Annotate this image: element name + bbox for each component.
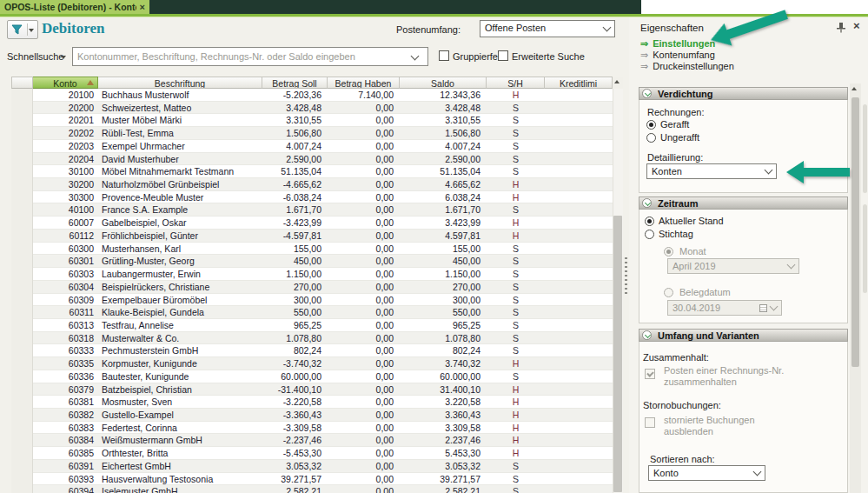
radio-ungerafft[interactable]: [646, 133, 656, 143]
table-row[interactable]: 20204David Musterhuber2.590,000,002.590,…: [11, 153, 613, 166]
radio-aktueller-stand-label[interactable]: Aktueller Stand: [659, 216, 724, 226]
radio-ungerafft-label[interactable]: Ungerafft: [660, 132, 699, 143]
table-row[interactable]: 60393Hausverwaltung Testosonia39.271,570…: [11, 473, 613, 486]
radio-gerafft[interactable]: [646, 120, 656, 130]
cell-soll: -3.309,58: [262, 422, 328, 435]
section-header-verdichtung[interactable]: Verdichtung: [639, 87, 848, 100]
link-druckeinstellungen[interactable]: ⇒Druckeinstellungen: [640, 61, 734, 72]
cell-sh: H: [487, 217, 545, 230]
pin-icon[interactable]: [836, 22, 846, 33]
panel-splitter-handle[interactable]: [625, 257, 627, 294]
cell-soll: 4.007,24: [262, 140, 328, 153]
collapse-chevron-icon[interactable]: [642, 89, 652, 98]
table-row[interactable]: 60394Iselemuster GmbH2.582,210,002.582,2…: [11, 485, 613, 493]
schnellsuche-dropdown-icon[interactable]: [61, 56, 66, 59]
cell-soll: 450,00: [262, 255, 328, 268]
cell-haben: 7.140,00: [328, 89, 400, 102]
table-row[interactable]: 60384Weißmustermann GmbH-2.237,460,002.2…: [11, 434, 613, 447]
cell-ind: [11, 114, 33, 127]
cell-besch: Korpmuster, Kunigunde: [98, 357, 262, 370]
gruppierfeld-checkbox[interactable]: [439, 50, 449, 61]
cell-saldo: 550,00: [400, 306, 487, 319]
table-row[interactable]: 20202Rübli-Test, Emma1.506,800,001.506,8…: [11, 127, 613, 140]
table-scrollbar-thumb[interactable]: [613, 216, 622, 492]
cell-ind: [11, 319, 33, 332]
cell-konto: 60379: [33, 383, 98, 396]
table-row[interactable]: 60304Beispielrückers, Christiane270,000,…: [11, 281, 613, 294]
column-header-saldo[interactable]: Saldo: [400, 77, 487, 89]
table-row[interactable]: 60383Federtest, Corinna-3.309,580,003.30…: [11, 422, 613, 435]
cell-soll: 1.671,70: [262, 203, 328, 217]
table-row[interactable]: 60007Gabelbeispiel, Oskar-3.423,990,003.…: [11, 217, 613, 230]
cell-sh: S: [487, 127, 545, 140]
table-row[interactable]: 60335Korpmuster, Kunigunde-3.740,320,003…: [11, 357, 613, 370]
cell-ind: [11, 396, 33, 409]
search-dropdown-icon[interactable]: [412, 53, 418, 59]
column-header-beschriftung[interactable]: Beschriftung: [98, 77, 262, 89]
radio-gerafft-label[interactable]: Gerafft: [660, 119, 689, 130]
scroll-up-button[interactable]: [613, 77, 623, 89]
filter-button[interactable]: [7, 20, 38, 39]
cell-haben: 0,00: [328, 434, 400, 447]
link-arrow-icon: ⇒: [640, 50, 648, 60]
table-row[interactable]: 60381Mosmuster, Sven-3.220,580,003.220,5…: [11, 396, 613, 409]
radio-monat-label: Monat: [679, 246, 706, 256]
table-row[interactable]: 60333Pechmusterstein GmbH802,240,00802,2…: [11, 344, 613, 357]
section-header-zeitraum[interactable]: Zeitraum: [639, 197, 848, 210]
tab-opos-liste[interactable]: OPOS-Liste (Debitoren) - Konten ×: [0, 0, 149, 14]
table-row[interactable]: 60318Musterwalter & Co.1.078,800,001.078…: [11, 332, 613, 345]
detaillierung-select[interactable]: Konten: [646, 163, 777, 179]
search-input[interactable]: [72, 47, 428, 66]
cell-kred: [545, 319, 613, 332]
cell-saldo: 1.150,00: [400, 268, 487, 281]
radio-stichtag[interactable]: [645, 230, 654, 239]
radio-stichtag-label[interactable]: Stichtag: [659, 229, 693, 239]
table-row[interactable]: 20200Schweizertest, Matteo3.428,480,003.…: [11, 102, 613, 115]
column-header-betrag-haben[interactable]: Betrag Haben: [328, 77, 400, 89]
tab-close-icon[interactable]: ×: [140, 1, 145, 13]
cell-ind: [11, 294, 33, 307]
cell-haben: 0,00: [328, 255, 400, 268]
table-row[interactable]: 60313Testfrau, Annelise965,250,00965,25S: [11, 319, 613, 332]
table-row[interactable]: 30300Provence-Meuble Muster-6.038,240,00…: [11, 191, 613, 204]
column-header-sh[interactable]: S/H: [487, 77, 545, 89]
erweiterte-suche-label: Erweiterte Suche: [512, 51, 585, 62]
collapse-chevron-icon[interactable]: [642, 330, 652, 340]
table-row[interactable]: 20203Exempel Uhrmacher4.007,240,004.007,…: [11, 140, 613, 153]
section-header-umfang[interactable]: Umfang und Varianten: [639, 329, 848, 342]
table-row[interactable]: 60311Klauke-Beispiel, Gundela550,000,005…: [11, 306, 613, 319]
table-row[interactable]: 30100Möbel Mitnahmemarkt Testmann51.135,…: [11, 165, 613, 178]
table-row[interactable]: 60112Fröhlichbeispiel, Günter-4.597,810,…: [11, 230, 613, 243]
cell-saldo: 155,00: [400, 243, 487, 256]
table-row[interactable]: 60379Batzbeispiel, Christian-31.400,100,…: [11, 383, 613, 396]
table-row[interactable]: 60301Grütling-Muster, Georg450,000,00450…: [11, 255, 613, 268]
table-row[interactable]: 60385Orthtester, Britta-5.453,300,005.45…: [11, 447, 613, 460]
cell-ind: [11, 281, 33, 294]
table-row[interactable]: 60309Exempelbauer Büromöbel300,000,00300…: [11, 294, 613, 307]
panel-close-icon[interactable]: ×: [853, 19, 860, 32]
cell-konto: 20202: [33, 127, 98, 140]
column-header-betrag-soll[interactable]: Betrag Soll: [262, 77, 328, 89]
postenumfang-select[interactable]: Offene Posten: [480, 20, 615, 37]
table-row[interactable]: 60336Bautester, Kunigunde60.000,000,0060…: [11, 370, 613, 383]
sortieren-select[interactable]: Konto: [648, 465, 765, 481]
panel-scroll-up-icon[interactable]: [851, 87, 857, 90]
column-header-kreditlimit[interactable]: Kreditlimi: [545, 77, 613, 89]
table-row[interactable]: 60303Laubangermuster, Erwin1.150,000,001…: [11, 268, 613, 281]
link-kontenumfang[interactable]: ⇒Kontenumfang: [640, 50, 715, 61]
table-row[interactable]: 40100France S.A. Example1.671,700,001.67…: [11, 203, 613, 217]
table-row[interactable]: 30200Naturholzmöbel Grünbeispiel-4.665,6…: [11, 178, 613, 191]
table-row[interactable]: 60382Gustello-Exampel-3.360,430,003.360,…: [11, 409, 613, 422]
radio-aktueller-stand[interactable]: [645, 217, 654, 226]
table-row[interactable]: 20201Muster Möbel Märki3.310,550,003.310…: [11, 114, 613, 127]
table-row[interactable]: 20100Buchhaus Musterwolf-5.203,367.140,0…: [11, 89, 613, 102]
table-row[interactable]: 60300Musterhansen, Karl155,000,00155,00S: [11, 243, 613, 256]
panel-scrollbar-thumb[interactable]: [851, 97, 859, 367]
collapse-chevron-icon[interactable]: [642, 198, 652, 208]
cell-konto: 60303: [33, 268, 98, 281]
column-header-konto[interactable]: Konto: [33, 77, 98, 89]
cell-kred: [545, 422, 613, 435]
erweiterte-suche-checkbox[interactable]: [498, 50, 508, 61]
link-einstellungen[interactable]: ⇒Einstellungen: [640, 38, 715, 50]
table-row[interactable]: 60391Eichertest GmbH3.053,320,003.053,32…: [11, 460, 613, 473]
